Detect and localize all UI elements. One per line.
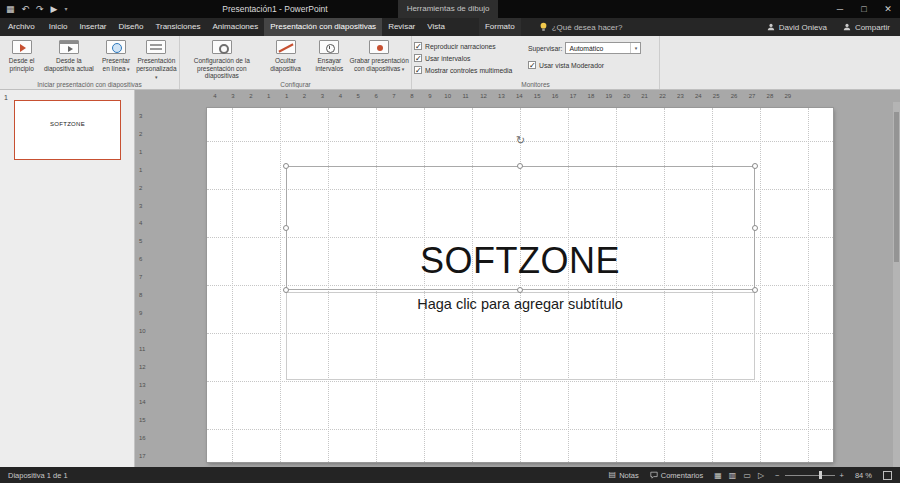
ribbon-button-desde-el-principio[interactable]: Desde elprincipio [2,38,41,78]
group3-label: Monitores [412,81,659,88]
rotation-handle-icon[interactable]: ↻ [514,134,527,147]
zoom-percentage[interactable]: 84 % [855,471,872,480]
subtitle-prompt-text[interactable]: Haga clic para agregar subtítulo [207,296,833,312]
dropdown-arrow-icon: ▾ [126,66,130,72]
slide-title-text[interactable]: SOFTZONE [207,240,833,282]
tab-presentacion-con-diapositivas[interactable]: Presentación con diapositivas [264,18,382,36]
ruler-number: 2 [139,185,142,191]
zoom-in-button[interactable]: + [840,471,844,480]
share-button[interactable]: Compartir [843,23,890,32]
tab-revisar[interactable]: Revisar [382,18,421,36]
tell-me-label: ¿Qué desea hacer? [552,23,623,32]
close-button[interactable]: ✕ [876,0,900,18]
ruler-number: 14 [139,399,146,405]
tab-insertar[interactable]: Insertar [73,18,112,36]
monitor-dropdown[interactable]: Automático ▾ [565,42,641,54]
save-icon[interactable]: ▦ [6,0,15,18]
tab-diseno[interactable]: Diseño [113,18,150,36]
grid-line-horizontal [207,429,833,430]
selection-handle[interactable] [283,225,289,231]
tab-archivo[interactable]: Archivo [0,18,43,36]
tab-formato[interactable]: Formato [479,18,521,36]
checkbox-mostrar-controles-multimedia[interactable]: ✓Mostrar controles multimedia [414,65,528,75]
start-slideshow-icon[interactable]: ▶ [51,0,58,18]
ruler-number: 10 [444,93,451,99]
statusbar-right: ▤ Notas Comentarios ▦ ▥ ▭ ▷ − + 84 % [609,470,892,480]
ribbon-button-label: Ocultardiapositiva [270,57,301,72]
scrollbar-thumb[interactable] [894,112,899,262]
selection-handle[interactable] [283,287,289,293]
zoom-slider[interactable] [785,475,835,476]
ribbon-button-grabar-presentacion-con-diapositivas[interactable]: Grabar presentacióncon diapositivas ▾ [349,38,409,78]
user-account[interactable]: David Onieva [767,23,827,32]
selection-handle[interactable] [752,225,758,231]
undo-icon[interactable]: ↶ [22,0,30,18]
work-area: 1 SOFTZONE 43211234567891011121314151617… [0,90,900,467]
ruler-number: 9 [428,93,431,99]
ruler-number: 2 [139,131,142,137]
selection-handle[interactable] [517,287,523,293]
slideshow-view-icon[interactable]: ▷ [758,471,764,480]
checkbox-reproducir-narraciones[interactable]: ✓Reproducir narraciones [414,41,528,51]
ruler-number: 3 [139,203,142,209]
group1-buttons: Desde elprincipioDesde ladiapositiva act… [2,38,177,78]
qat-customize-icon[interactable]: ▾ [65,0,68,18]
ruler-number: 19 [605,93,612,99]
ribbon-button-label: Presentaren línea ▾ [102,57,130,73]
ruler-number: 11 [139,346,145,352]
slide-canvas[interactable]: SOFTZONE Haga clic para agregar subtítul… [207,108,833,462]
checkbox-checked-icon: ✓ [528,61,536,69]
zoom-slider-thumb[interactable] [819,471,822,479]
checkbox-label: Mostrar controles multimedia [425,67,512,74]
ribbon-tabs: InicioInsertarDiseñoTransicionesAnimacio… [43,18,451,36]
tab-transiciones[interactable]: Transiciones [149,18,206,36]
checkbox-label: Usar intervalos [425,55,470,62]
ribbon-button-label: Ensayarintervalos [315,57,343,72]
ribbon-button-ensayar-intervalos[interactable]: Ensayarintervalos [309,38,349,78]
slide-thumbnail[interactable]: SOFTZONE [14,100,121,160]
ribbon-button-configuracion-de-la-presentacion-con-diapositivas[interactable]: Configuración de lapresentación con diap… [182,38,262,78]
comments-toggle[interactable]: Comentarios [650,471,704,480]
checkbox-usar-intervalos[interactable]: ✓Usar intervalos [414,53,528,63]
tab-inicio[interactable]: Inicio [43,18,74,36]
selection-handle[interactable] [517,163,523,169]
restore-button[interactable]: □ [852,0,876,18]
vertical-ruler: 3211234567891011121314151617 [135,102,148,467]
normal-view-icon[interactable]: ▦ [714,471,722,480]
horizontal-ruler: 4321123456789101112131415161718192021222… [135,90,900,102]
ribbon-button-ocultar-diapositiva[interactable]: Ocultardiapositiva [262,38,310,78]
ruler-number: 12 [480,93,487,99]
ribbon-button-presentacion-personalizada[interactable]: Presentaciónpersonalizada ▾ [136,38,177,78]
fit-slide-to-window-icon[interactable] [883,471,892,480]
selection-handle[interactable] [283,163,289,169]
slide-sorter-icon[interactable]: ▥ [729,471,737,480]
ruler-number: 20 [623,93,630,99]
ribbon: Desde elprincipioDesde ladiapositiva act… [0,36,900,90]
user-name: David Onieva [779,23,827,32]
redo-icon[interactable]: ↷ [36,0,44,18]
monitor-label: Supervisar: [528,45,562,52]
reading-view-icon[interactable]: ▭ [743,471,751,480]
play-from-start-icon [12,40,32,54]
tab-animaciones[interactable]: Animaciones [206,18,264,36]
thumbnail-title: SOFTZONE [15,121,120,127]
selection-handle[interactable] [752,163,758,169]
minimize-button[interactable]: ─ [828,0,852,18]
ruler-number: 22 [659,93,666,99]
ribbon-button-presentar-en-linea[interactable]: Presentaren línea ▾ [96,38,135,78]
zoom-out-button[interactable]: − [775,471,779,480]
tab-vista[interactable]: Vista [421,18,451,36]
comment-icon [650,471,658,479]
ruler-number: 1 [285,93,288,99]
selection-handle[interactable] [752,287,758,293]
ribbon-button-label: Grabar presentacióncon diapositivas ▾ [350,57,409,73]
ruler-number: 10 [139,328,146,334]
ruler-number: 28 [767,93,774,99]
tell-me-search[interactable]: ¿Qué desea hacer? [531,18,631,36]
vertical-scrollbar[interactable] [893,102,900,467]
checkbox-usar-vista-moderador[interactable]: ✓Usar vista Moderador [528,60,641,70]
ribbon-button-desde-la-diapositiva-actual[interactable]: Desde ladiapositiva actual [41,38,96,78]
notes-toggle[interactable]: ▤ Notas [609,470,639,480]
slide-thumbnail-panel: 1 SOFTZONE [0,90,135,467]
checkbox-checked-icon: ✓ [414,66,422,74]
